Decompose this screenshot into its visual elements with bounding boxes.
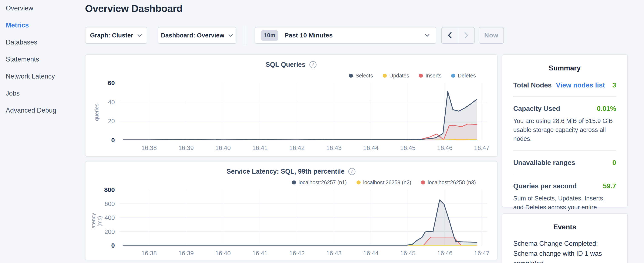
y-tick-label: 0: [86, 137, 115, 144]
chart-title-row: Service Latency: SQL, 99th percentile i: [86, 167, 497, 176]
legend-dot-icon: [383, 74, 387, 78]
x-tick-label: 16:43: [318, 144, 350, 151]
legend-label: localhost:26259 (n2): [363, 179, 412, 185]
y-tick-label: 20: [86, 117, 115, 125]
summary-label: Unavailable ranges: [513, 159, 575, 167]
x-tick-label: 16:40: [207, 144, 239, 151]
info-icon[interactable]: i: [309, 61, 317, 69]
time-range-label: Past 10 Minutes: [284, 32, 333, 39]
x-tick-label: 16:45: [392, 250, 424, 257]
legend-item: localhost:26259 (n2): [356, 179, 412, 185]
summary-value: 0: [612, 159, 616, 167]
summary-row: Total NodesView nodes list3: [513, 73, 616, 97]
sidebar-item-overview[interactable]: Overview: [6, 5, 85, 12]
summary-panel: Summary Total NodesView nodes list3Capac…: [502, 54, 628, 207]
time-window-arrows: [442, 27, 474, 44]
summary-panel-title: Summary: [502, 64, 627, 72]
sql-queries-plot[interactable]: [120, 83, 487, 140]
x-tick-label: 16:47: [466, 250, 498, 257]
chevron-down-icon: [137, 34, 142, 37]
legend-dot-icon: [356, 180, 360, 184]
graph-dropdown-label: Graph: Cluster: [90, 32, 133, 39]
legend-label: Updates: [389, 73, 409, 79]
sidebar-item-jobs[interactable]: Jobs: [6, 90, 85, 97]
summary-label: Total Nodes: [513, 81, 552, 89]
x-tick-label: 16:41: [244, 250, 276, 257]
x-tick-label: 16:38: [133, 144, 165, 151]
sql-queries-chart-title: SQL Queries: [266, 61, 305, 69]
chevron-left-icon: [448, 32, 452, 39]
service-latency-chart-title: Service Latency: SQL, 99th percentile: [227, 168, 345, 175]
sidebar-item-statements[interactable]: Statements: [6, 56, 85, 63]
legend-dot-icon: [451, 74, 455, 78]
event-text: Schema Change Completed: Schema change w…: [513, 239, 616, 263]
y-tick-label: 600: [86, 200, 115, 207]
summary-row: Unavailable ranges0: [513, 151, 616, 174]
dashboard-dropdown-label: Dashboard: Overview: [161, 32, 224, 39]
events-panel: Events Schema Change Completed: Schema c…: [502, 213, 628, 263]
service-latency-card: Service Latency: SQL, 99th percentile i …: [85, 161, 498, 260]
x-tick-label: 16:47: [466, 144, 498, 151]
legend-label: Inserts: [426, 73, 442, 79]
view-nodes-link[interactable]: View nodes list: [556, 81, 605, 89]
y-tick-label: 200: [86, 228, 115, 235]
x-tick-label: 16:42: [281, 144, 313, 151]
chart-canvas: [120, 190, 487, 245]
sql-queries-legend: SelectsUpdatesInsertsDeletes: [349, 73, 476, 79]
legend-item: Selects: [349, 73, 373, 79]
sidebar: OverviewMetricsDatabasesStatementsNetwor…: [0, 0, 85, 263]
sidebar-item-databases[interactable]: Databases: [6, 39, 85, 46]
legend-item: localhost:26258 (n3): [421, 179, 476, 185]
time-range-selector[interactable]: 10m Past 10 Minutes: [255, 27, 436, 44]
next-time-window-button[interactable]: [458, 28, 474, 43]
x-tick-label: 16:44: [355, 250, 387, 257]
legend-label: localhost:26257 (n1): [298, 179, 347, 185]
sidebar-item-metrics[interactable]: Metrics: [6, 22, 85, 29]
info-icon[interactable]: i: [348, 167, 356, 176]
legend-item: localhost:26257 (n1): [292, 179, 347, 185]
chevron-down-icon: [228, 34, 233, 37]
chart-canvas: [120, 83, 487, 140]
svg-text:i: i: [351, 169, 353, 174]
legend-dot-icon: [419, 74, 423, 78]
sidebar-item-advanced-debug[interactable]: Advanced Debug: [6, 107, 85, 114]
x-tick-label: 16:39: [170, 250, 202, 257]
legend-dot-icon: [349, 74, 353, 78]
graph-dropdown[interactable]: Graph: Cluster: [85, 27, 147, 44]
chevron-right-icon: [464, 32, 468, 39]
summary-value: 0.01%: [597, 105, 616, 113]
y-tick-label: 0: [86, 242, 115, 249]
toolbar-divider: [245, 26, 245, 46]
y-tick-label: 400: [86, 214, 115, 221]
x-tick-label: 16:45: [392, 144, 424, 151]
y-tick-label: 800: [86, 186, 115, 193]
legend-item: Inserts: [419, 73, 442, 79]
service-latency-legend: localhost:26257 (n1)localhost:26259 (n2)…: [292, 179, 476, 185]
summary-value: 59.7: [603, 182, 616, 190]
x-tick-label: 16:46: [429, 144, 461, 151]
x-tick-label: 16:39: [170, 144, 202, 151]
dashboard-dropdown[interactable]: Dashboard: Overview: [158, 27, 236, 44]
events-list: Schema Change Completed: Schema change w…: [502, 239, 627, 263]
legend-label: Selects: [356, 73, 373, 79]
y-tick-label: 40: [86, 99, 115, 106]
summary-label: Queries per second: [513, 182, 577, 190]
now-button[interactable]: Now: [479, 27, 504, 44]
summary-label: Capacity Used: [513, 105, 560, 113]
summary-subtext: You are using 28.6 MiB of 515.9 GiB usab…: [513, 116, 616, 143]
event-item: Schema Change Completed: Schema change w…: [513, 239, 616, 263]
sidebar-item-network-latency[interactable]: Network Latency: [6, 73, 85, 80]
summary-value: 3: [612, 81, 616, 89]
chevron-down-icon: [424, 34, 430, 37]
x-tick-label: 16:46: [429, 250, 461, 257]
x-tick-label: 16:38: [133, 250, 165, 257]
sql-queries-card: SQL Queries i SelectsUpdatesInsertsDelet…: [85, 54, 498, 157]
legend-item: Updates: [383, 73, 409, 79]
svg-text:i: i: [312, 62, 314, 68]
service-latency-plot[interactable]: [120, 190, 487, 245]
legend-dot-icon: [292, 180, 296, 184]
events-panel-title: Events: [502, 223, 627, 231]
chart-title-row: SQL Queries i: [86, 61, 497, 69]
x-tick-label: 16:42: [281, 250, 313, 257]
prev-time-window-button[interactable]: [442, 28, 458, 43]
